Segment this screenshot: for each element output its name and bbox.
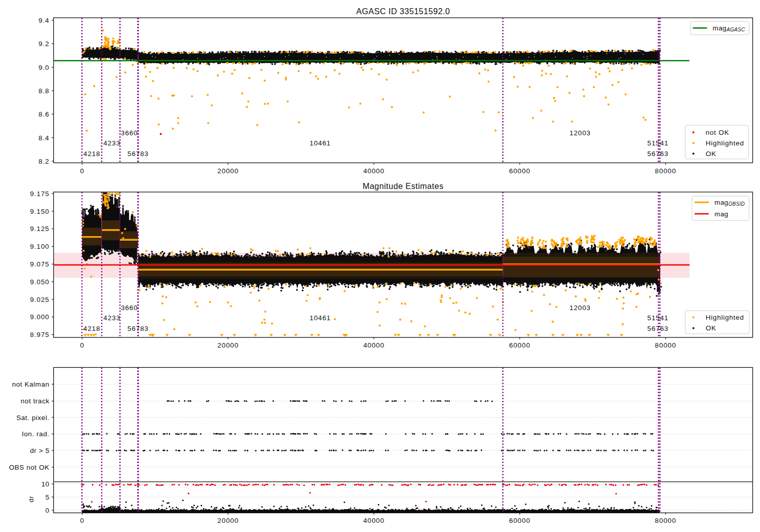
svg-text:12003: 12003 — [569, 304, 591, 312]
svg-text:20000: 20000 — [217, 517, 239, 524]
svg-text:9.025: 9.025 — [30, 296, 49, 303]
svg-text:56783: 56783 — [127, 325, 148, 332]
svg-text:9.175: 9.175 — [30, 190, 49, 198]
svg-text:60000: 60000 — [509, 167, 530, 175]
svg-text:10461: 10461 — [310, 314, 331, 322]
svg-text:60000: 60000 — [509, 341, 530, 349]
svg-text:OBS not OK: OBS not OK — [9, 464, 50, 471]
svg-text:9.000: 9.000 — [30, 313, 49, 321]
svg-text:10461: 10461 — [310, 139, 331, 147]
svg-text:56783: 56783 — [127, 150, 148, 158]
svg-text:0: 0 — [80, 517, 84, 524]
svg-text:9.0: 9.0 — [39, 64, 49, 71]
svg-text:Highlighted: Highlighted — [706, 314, 744, 321]
svg-text:not track: not track — [21, 397, 50, 405]
svg-text:Sat. pixel.: Sat. pixel. — [16, 414, 49, 422]
svg-text:51541: 51541 — [647, 314, 668, 322]
svg-text:9.125: 9.125 — [30, 225, 49, 233]
svg-text:80000: 80000 — [655, 341, 676, 349]
svg-text:4218: 4218 — [84, 150, 101, 158]
svg-text:20000: 20000 — [217, 167, 239, 175]
svg-text:not OK: not OK — [706, 129, 730, 136]
svg-text:8.2: 8.2 — [39, 158, 49, 165]
svg-text:8.8: 8.8 — [39, 87, 49, 95]
svg-text:4233: 4233 — [103, 139, 121, 147]
svg-text:4233: 4233 — [103, 314, 121, 322]
svg-text:9.050: 9.050 — [30, 278, 49, 286]
svg-text:dr: dr — [27, 496, 35, 502]
svg-text:5: 5 — [45, 493, 49, 501]
svg-text:8.4: 8.4 — [39, 134, 49, 142]
svg-text:OK: OK — [706, 150, 716, 158]
svg-text:AGASC ID 335151592.0: AGASC ID 335151592.0 — [356, 7, 450, 16]
svg-text:Highlighted: Highlighted — [706, 139, 744, 147]
svg-text:4218: 4218 — [84, 325, 101, 332]
svg-text:Ion. rad.: Ion. rad. — [22, 430, 49, 438]
svg-text:12003: 12003 — [569, 129, 591, 137]
svg-text:3660: 3660 — [121, 129, 138, 137]
svg-text:8.6: 8.6 — [39, 110, 49, 118]
svg-text:dr > 5: dr > 5 — [30, 447, 49, 454]
svg-text:56763: 56763 — [647, 150, 668, 158]
svg-text:8.975: 8.975 — [30, 331, 49, 338]
svg-text:mag: mag — [714, 210, 728, 218]
svg-text:9.075: 9.075 — [30, 260, 49, 268]
svg-text:9.100: 9.100 — [30, 243, 49, 250]
svg-text:0: 0 — [80, 167, 84, 175]
svg-text:9.2: 9.2 — [39, 40, 49, 48]
svg-text:40000: 40000 — [363, 167, 385, 175]
svg-text:80000: 80000 — [655, 167, 676, 175]
svg-text:9.150: 9.150 — [30, 208, 49, 215]
svg-text:51541: 51541 — [647, 139, 668, 147]
svg-text:9.4: 9.4 — [39, 17, 49, 24]
svg-text:80000: 80000 — [655, 517, 676, 524]
svg-text:0: 0 — [80, 341, 84, 349]
svg-text:Magnitude Estimates: Magnitude Estimates — [363, 181, 444, 191]
svg-text:56763: 56763 — [647, 325, 668, 332]
svg-text:40000: 40000 — [363, 341, 385, 349]
svg-text:20000: 20000 — [217, 341, 239, 349]
svg-text:OK: OK — [706, 324, 716, 332]
svg-text:0: 0 — [45, 507, 49, 514]
svg-text:not Kalman: not Kalman — [12, 381, 50, 388]
svg-text:60000: 60000 — [509, 517, 530, 524]
svg-text:3660: 3660 — [121, 304, 138, 312]
svg-text:10: 10 — [41, 480, 49, 488]
svg-text:40000: 40000 — [363, 517, 385, 524]
